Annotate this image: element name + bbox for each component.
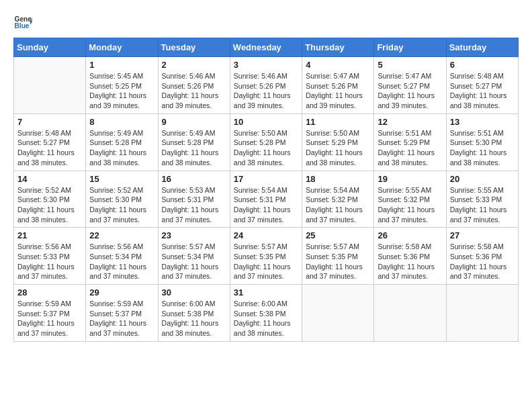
day-info: Sunrise: 5:54 AM Sunset: 5:31 PM Dayligh… <box>234 185 298 225</box>
day-number: 31 <box>234 287 298 298</box>
day-number: 15 <box>89 174 154 184</box>
calendar-cell: 22Sunrise: 5:56 AM Sunset: 5:34 PM Dayli… <box>86 228 158 285</box>
calendar-body: 1Sunrise: 5:45 AM Sunset: 5:25 PM Daylig… <box>14 57 519 342</box>
day-number: 21 <box>17 230 82 240</box>
calendar-cell: 12Sunrise: 5:51 AM Sunset: 5:29 PM Dayli… <box>374 113 446 171</box>
weekday-header-cell: Wednesday <box>230 38 302 57</box>
logo: General Blue <box>13 13 32 32</box>
weekday-header-row: SundayMondayTuesdayWednesdayThursdayFrid… <box>14 38 519 57</box>
day-number: 14 <box>17 174 82 184</box>
day-info: Sunrise: 5:45 AM Sunset: 5:25 PM Dayligh… <box>89 71 154 111</box>
day-info: Sunrise: 5:56 AM Sunset: 5:33 PM Dayligh… <box>17 242 82 281</box>
calendar: SundayMondayTuesdayWednesdayThursdayFrid… <box>13 38 519 342</box>
weekday-header-cell: Tuesday <box>158 38 230 57</box>
day-number: 16 <box>162 174 226 184</box>
day-number: 3 <box>234 60 298 70</box>
day-number: 8 <box>89 117 154 127</box>
weekday-header-cell: Sunday <box>14 38 86 57</box>
day-info: Sunrise: 5:56 AM Sunset: 5:34 PM Dayligh… <box>89 242 154 281</box>
calendar-cell: 21Sunrise: 5:56 AM Sunset: 5:33 PM Dayli… <box>14 228 86 285</box>
day-number: 1 <box>89 60 154 70</box>
calendar-cell <box>374 285 446 342</box>
day-number: 12 <box>378 117 442 127</box>
day-info: Sunrise: 5:55 AM Sunset: 5:32 PM Dayligh… <box>378 185 442 225</box>
calendar-cell: 11Sunrise: 5:50 AM Sunset: 5:29 PM Dayli… <box>302 113 374 171</box>
day-info: Sunrise: 5:51 AM Sunset: 5:30 PM Dayligh… <box>450 128 515 168</box>
calendar-cell <box>14 57 86 114</box>
day-info: Sunrise: 5:54 AM Sunset: 5:32 PM Dayligh… <box>306 185 370 225</box>
day-info: Sunrise: 5:57 AM Sunset: 5:35 PM Dayligh… <box>234 242 298 281</box>
day-number: 18 <box>306 174 370 184</box>
calendar-cell: 15Sunrise: 5:52 AM Sunset: 5:30 PM Dayli… <box>86 171 158 228</box>
day-info: Sunrise: 5:58 AM Sunset: 5:36 PM Dayligh… <box>378 242 442 281</box>
day-number: 10 <box>234 117 298 127</box>
day-number: 28 <box>17 287 82 298</box>
calendar-cell: 24Sunrise: 5:57 AM Sunset: 5:35 PM Dayli… <box>230 228 302 285</box>
day-number: 17 <box>234 174 298 184</box>
calendar-cell <box>302 285 374 342</box>
calendar-cell: 5Sunrise: 5:47 AM Sunset: 5:27 PM Daylig… <box>374 57 446 114</box>
day-number: 5 <box>378 60 442 70</box>
calendar-week-row: 1Sunrise: 5:45 AM Sunset: 5:25 PM Daylig… <box>14 57 519 114</box>
day-info: Sunrise: 5:49 AM Sunset: 5:28 PM Dayligh… <box>162 128 226 168</box>
day-number: 26 <box>378 230 442 240</box>
day-number: 22 <box>89 230 154 240</box>
calendar-cell: 10Sunrise: 5:50 AM Sunset: 5:28 PM Dayli… <box>230 113 302 171</box>
day-info: Sunrise: 5:49 AM Sunset: 5:28 PM Dayligh… <box>89 128 154 168</box>
day-info: Sunrise: 5:59 AM Sunset: 5:37 PM Dayligh… <box>89 299 154 338</box>
day-number: 27 <box>450 230 515 240</box>
calendar-cell: 9Sunrise: 5:49 AM Sunset: 5:28 PM Daylig… <box>158 113 230 171</box>
weekday-header-cell: Friday <box>374 38 446 57</box>
day-info: Sunrise: 5:48 AM Sunset: 5:27 PM Dayligh… <box>450 71 515 111</box>
day-number: 25 <box>306 230 370 240</box>
logo-icon: General Blue <box>13 13 32 32</box>
day-info: Sunrise: 5:46 AM Sunset: 5:26 PM Dayligh… <box>234 71 298 111</box>
day-number: 11 <box>306 117 370 127</box>
calendar-cell: 13Sunrise: 5:51 AM Sunset: 5:30 PM Dayli… <box>446 113 518 171</box>
calendar-cell: 4Sunrise: 5:47 AM Sunset: 5:26 PM Daylig… <box>302 57 374 114</box>
day-number: 24 <box>234 230 298 240</box>
calendar-cell: 16Sunrise: 5:53 AM Sunset: 5:31 PM Dayli… <box>158 171 230 228</box>
day-info: Sunrise: 5:53 AM Sunset: 5:31 PM Dayligh… <box>162 185 226 225</box>
calendar-cell: 8Sunrise: 5:49 AM Sunset: 5:28 PM Daylig… <box>86 113 158 171</box>
day-info: Sunrise: 5:47 AM Sunset: 5:26 PM Dayligh… <box>306 71 370 111</box>
weekday-header-cell: Thursday <box>302 38 374 57</box>
day-info: Sunrise: 6:00 AM Sunset: 5:38 PM Dayligh… <box>234 299 298 338</box>
calendar-cell: 7Sunrise: 5:48 AM Sunset: 5:27 PM Daylig… <box>14 113 86 171</box>
calendar-cell: 19Sunrise: 5:55 AM Sunset: 5:32 PM Dayli… <box>374 171 446 228</box>
day-info: Sunrise: 5:48 AM Sunset: 5:27 PM Dayligh… <box>17 128 82 168</box>
day-info: Sunrise: 5:46 AM Sunset: 5:26 PM Dayligh… <box>162 71 226 111</box>
day-info: Sunrise: 5:51 AM Sunset: 5:29 PM Dayligh… <box>378 128 442 168</box>
calendar-cell: 17Sunrise: 5:54 AM Sunset: 5:31 PM Dayli… <box>230 171 302 228</box>
weekday-header-cell: Monday <box>86 38 158 57</box>
day-info: Sunrise: 5:58 AM Sunset: 5:36 PM Dayligh… <box>450 242 515 281</box>
day-info: Sunrise: 5:55 AM Sunset: 5:33 PM Dayligh… <box>450 185 515 225</box>
calendar-week-row: 14Sunrise: 5:52 AM Sunset: 5:30 PM Dayli… <box>14 171 519 228</box>
day-number: 29 <box>89 287 154 298</box>
calendar-cell: 20Sunrise: 5:55 AM Sunset: 5:33 PM Dayli… <box>446 171 518 228</box>
calendar-cell: 28Sunrise: 5:59 AM Sunset: 5:37 PM Dayli… <box>14 285 86 342</box>
day-number: 9 <box>162 117 226 127</box>
day-number: 23 <box>162 230 226 240</box>
day-number: 7 <box>17 117 82 127</box>
calendar-week-row: 28Sunrise: 5:59 AM Sunset: 5:37 PM Dayli… <box>14 285 519 342</box>
day-number: 30 <box>162 287 226 298</box>
day-number: 2 <box>162 60 226 70</box>
calendar-cell: 2Sunrise: 5:46 AM Sunset: 5:26 PM Daylig… <box>158 57 230 114</box>
calendar-cell: 29Sunrise: 5:59 AM Sunset: 5:37 PM Dayli… <box>86 285 158 342</box>
calendar-cell: 14Sunrise: 5:52 AM Sunset: 5:30 PM Dayli… <box>14 171 86 228</box>
calendar-cell: 6Sunrise: 5:48 AM Sunset: 5:27 PM Daylig… <box>446 57 518 114</box>
day-info: Sunrise: 5:52 AM Sunset: 5:30 PM Dayligh… <box>89 185 154 225</box>
calendar-cell: 31Sunrise: 6:00 AM Sunset: 5:38 PM Dayli… <box>230 285 302 342</box>
day-info: Sunrise: 5:57 AM Sunset: 5:35 PM Dayligh… <box>306 242 370 281</box>
day-info: Sunrise: 5:57 AM Sunset: 5:34 PM Dayligh… <box>162 242 226 281</box>
day-info: Sunrise: 5:59 AM Sunset: 5:37 PM Dayligh… <box>17 299 82 338</box>
day-number: 13 <box>450 117 515 127</box>
day-number: 20 <box>450 174 515 184</box>
calendar-cell: 23Sunrise: 5:57 AM Sunset: 5:34 PM Dayli… <box>158 228 230 285</box>
header: General Blue <box>13 13 519 32</box>
day-info: Sunrise: 5:52 AM Sunset: 5:30 PM Dayligh… <box>17 185 82 225</box>
day-number: 4 <box>306 60 370 70</box>
day-info: Sunrise: 5:50 AM Sunset: 5:29 PM Dayligh… <box>306 128 370 168</box>
calendar-week-row: 7Sunrise: 5:48 AM Sunset: 5:27 PM Daylig… <box>14 113 519 171</box>
